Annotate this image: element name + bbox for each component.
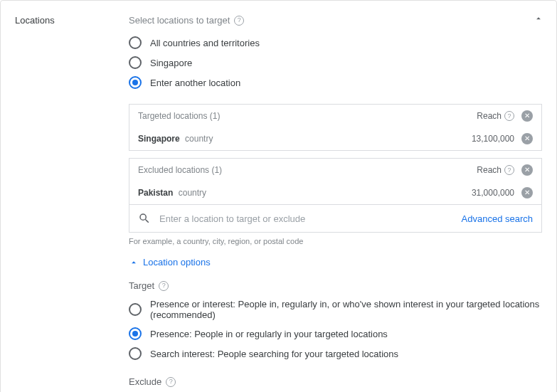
subheader-text: Select locations to target bbox=[129, 15, 230, 26]
search-hint: For example, a country, city, region, or… bbox=[129, 237, 542, 245]
help-icon[interactable]: ? bbox=[166, 377, 176, 387]
search-icon bbox=[138, 212, 151, 225]
radio-enter-another[interactable]: Enter another location bbox=[129, 73, 542, 92]
location-radio-group: All countries and territories Singapore … bbox=[129, 33, 542, 92]
excluded-header: Excluded locations (1) Reach ? ✕ bbox=[129, 159, 541, 181]
help-icon[interactable]: ? bbox=[504, 165, 514, 175]
location-reach: 31,000,000 bbox=[472, 188, 514, 198]
radio-label: Presence: People in or regularly in your… bbox=[150, 329, 388, 339]
radio-icon bbox=[129, 56, 142, 69]
radio-icon bbox=[129, 303, 142, 316]
help-icon[interactable]: ? bbox=[159, 281, 169, 291]
locations-card: Locations Select locations to target ? A… bbox=[0, 0, 557, 392]
radio-icon bbox=[129, 76, 142, 89]
location-type: country bbox=[179, 188, 206, 198]
targeted-header: Targeted locations (1) Reach ? ✕ bbox=[129, 105, 541, 127]
reach-label: Reach ? bbox=[477, 165, 514, 175]
location-reach: 13,100,000 bbox=[472, 134, 514, 144]
target-opt-search-interest[interactable]: Search interest: People searching for yo… bbox=[129, 344, 542, 364]
radio-icon bbox=[129, 36, 142, 49]
target-radio-group: Presence or interest: People in, regular… bbox=[129, 295, 542, 364]
targeted-header-text: Targeted locations (1) bbox=[138, 111, 477, 121]
radio-label: Singapore bbox=[150, 58, 192, 68]
targeted-locations-box: Targeted locations (1) Reach ? ✕ Singapo… bbox=[129, 104, 542, 151]
excluded-header-text: Excluded locations (1) bbox=[138, 165, 477, 175]
radio-all-countries[interactable]: All countries and territories bbox=[129, 33, 542, 53]
location-name: Singapore bbox=[138, 134, 180, 144]
remove-all-excluded-button[interactable]: ✕ bbox=[521, 164, 533, 176]
radio-label: Presence or interest: People in, regular… bbox=[150, 299, 542, 320]
remove-location-button[interactable]: ✕ bbox=[521, 187, 533, 198]
target-opt-presence-interest[interactable]: Presence or interest: People in, regular… bbox=[129, 295, 542, 324]
help-icon[interactable]: ? bbox=[504, 111, 514, 121]
target-opt-presence[interactable]: Presence: People in or regularly in your… bbox=[129, 324, 542, 344]
help-icon[interactable]: ? bbox=[234, 16, 244, 26]
radio-label: Enter another location bbox=[150, 78, 240, 88]
chevron-up-icon bbox=[534, 14, 543, 23]
advanced-search-link[interactable]: Advanced search bbox=[462, 213, 533, 224]
targeted-row: Singapore country 13,100,000 ✕ bbox=[129, 127, 541, 150]
collapse-button[interactable] bbox=[534, 14, 543, 26]
radio-icon bbox=[129, 327, 142, 340]
location-name: Pakistan bbox=[138, 188, 173, 198]
remove-all-targeted-button[interactable]: ✕ bbox=[521, 110, 533, 122]
remove-location-button[interactable]: ✕ bbox=[521, 133, 533, 144]
excluded-row: Pakistan country 31,000,000 ✕ bbox=[129, 181, 541, 204]
radio-icon bbox=[129, 347, 142, 360]
chevron-up-icon bbox=[129, 258, 139, 267]
location-search-input[interactable] bbox=[159, 213, 453, 224]
reach-label: Reach ? bbox=[477, 111, 514, 121]
radio-label: All countries and territories bbox=[150, 38, 260, 48]
section-title: Locations bbox=[15, 15, 129, 26]
excluded-locations-box: Excluded locations (1) Reach ? ✕ Pakista… bbox=[129, 158, 542, 205]
subheader: Select locations to target ? bbox=[129, 15, 542, 26]
target-title: Target ? bbox=[129, 280, 542, 291]
location-options-label: Location options bbox=[143, 257, 211, 267]
location-search-row: Advanced search bbox=[129, 204, 542, 233]
radio-label: Search interest: People searching for yo… bbox=[150, 349, 398, 359]
radio-singapore[interactable]: Singapore bbox=[129, 53, 542, 73]
location-type: country bbox=[185, 134, 213, 144]
exclude-title: Exclude ? bbox=[129, 376, 542, 387]
location-options-toggle[interactable]: Location options bbox=[129, 257, 542, 267]
